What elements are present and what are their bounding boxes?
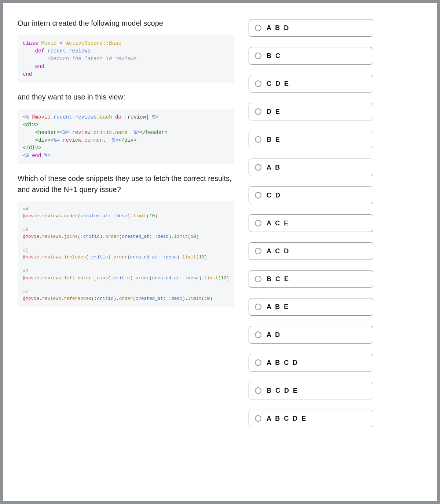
code-block-view: <% @movie.recent_reviews.each do |review…	[18, 109, 234, 164]
code-line: #D	[23, 268, 229, 275]
answer-option[interactable]: A C E	[249, 214, 373, 232]
code-line: <% end %>	[23, 152, 229, 160]
code-line: <header><%= review.critic.name %></heade…	[23, 129, 229, 137]
radio-icon	[255, 192, 261, 199]
code-line: <div><%= review.comment %></div>	[23, 137, 229, 144]
code-line: #E	[23, 289, 229, 295]
answer-options: A B DB CC D ED EB EA BC DA C EA C DB C E…	[249, 18, 373, 486]
code-line: @movie.reviews.references(:critic).order…	[23, 295, 229, 302]
code-block-snippets: #A@movie.reviews.order(created_at: :desc…	[18, 202, 234, 307]
radio-icon	[255, 136, 261, 143]
code-line: <% @movie.recent_reviews.each do |review…	[23, 113, 229, 121]
radio-icon	[255, 25, 261, 31]
code-line	[23, 240, 229, 247]
code-line: <div>	[23, 121, 229, 129]
answer-option[interactable]: A D	[249, 326, 373, 344]
code-line: @movie.reviews.joins(:critic).order(crea…	[23, 233, 229, 240]
code-line: #A	[23, 206, 229, 213]
answer-option[interactable]: A B E	[249, 298, 373, 316]
code-line	[23, 282, 229, 289]
question-middle: and they want to use in this view:	[18, 91, 234, 102]
question-ask: Which of these code snippets they use to…	[18, 173, 234, 195]
answer-label: B C D E	[267, 387, 298, 395]
answer-label: A C E	[267, 220, 289, 227]
answer-option[interactable]: A B D	[249, 19, 373, 37]
radio-icon	[255, 359, 261, 366]
answer-label: A C D	[267, 247, 290, 255]
code-line: #C	[23, 247, 229, 254]
code-line: @movie.reviews.order(created_at: :desc).…	[23, 213, 229, 220]
radio-icon	[255, 108, 261, 115]
answer-option[interactable]: D E	[249, 103, 373, 120]
radio-icon	[255, 304, 261, 310]
answer-label: B C E	[267, 275, 290, 283]
radio-icon	[255, 415, 261, 422]
answer-label: D E	[267, 108, 281, 116]
answer-label: A D	[267, 331, 281, 339]
answer-option[interactable]: B C	[249, 47, 373, 65]
radio-icon	[255, 331, 261, 338]
code-line: #Return the latest 10 reviews	[23, 55, 229, 63]
code-line: def recent_reviews	[23, 47, 229, 55]
code-line	[23, 220, 229, 227]
question-column: Our intern created the following model s…	[18, 18, 234, 486]
answer-label: A B D	[267, 24, 290, 32]
answer-label: A B C D E	[267, 415, 307, 423]
answer-label: B C	[267, 52, 281, 60]
radio-icon	[255, 248, 261, 254]
question-intro: Our intern created the following model s…	[18, 18, 234, 29]
radio-icon	[255, 80, 261, 87]
code-line: end	[23, 70, 229, 78]
answer-option[interactable]: B C D E	[249, 382, 373, 399]
quiz-page: Our intern created the following model s…	[0, 0, 440, 504]
code-line: @movie.reviews.includes(:critic).order(c…	[23, 254, 229, 261]
answer-option[interactable]: A B C D E	[249, 410, 373, 427]
answer-option[interactable]: B E	[249, 131, 373, 148]
answer-option[interactable]: A B	[249, 159, 373, 176]
radio-icon	[255, 164, 261, 171]
answer-option[interactable]: A C D	[249, 242, 373, 260]
code-block-model: class Movie < ActiveRecord::Base def rec…	[18, 35, 234, 83]
radio-icon	[255, 387, 261, 394]
answer-label: A B	[267, 164, 281, 171]
answer-label: A B C D	[267, 359, 298, 367]
answer-option[interactable]: C D	[249, 186, 373, 204]
answer-label: C D E	[267, 80, 290, 88]
answer-label: B E	[267, 136, 281, 144]
answer-option[interactable]: C D E	[249, 75, 373, 93]
code-line: class Movie < ActiveRecord::Base	[23, 40, 229, 47]
answer-option[interactable]: A B C D	[249, 354, 373, 371]
code-line: end	[23, 63, 229, 70]
answer-label: C D	[267, 192, 281, 199]
radio-icon	[255, 220, 261, 226]
code-line: @movie.reviews.left_outer_joins(:critic)…	[23, 275, 229, 282]
code-line	[23, 261, 229, 268]
radio-icon	[255, 52, 261, 59]
code-line: #B	[23, 226, 229, 233]
code-line: </div>	[23, 144, 229, 152]
answer-label: A B E	[267, 303, 289, 311]
answer-option[interactable]: B C E	[249, 270, 373, 288]
radio-icon	[255, 276, 261, 282]
